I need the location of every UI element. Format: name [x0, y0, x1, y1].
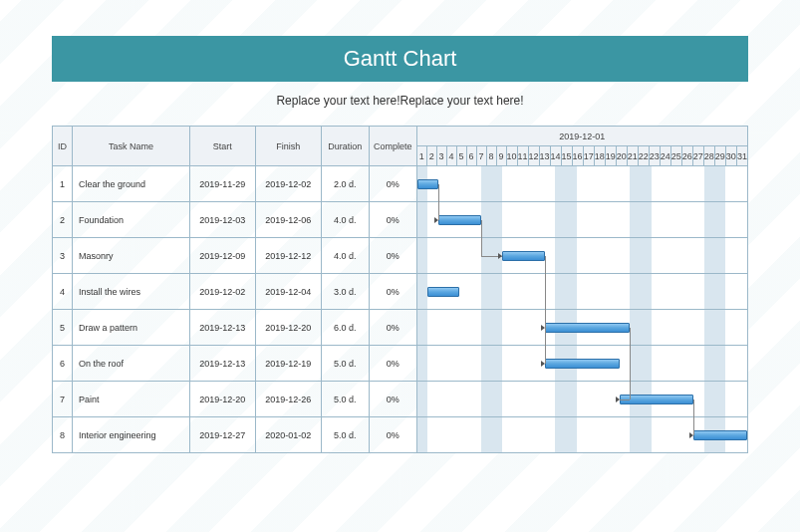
cell-id: 6 — [53, 346, 73, 382]
weekend-shade — [417, 382, 428, 416]
cell-task-name: On the roof — [72, 346, 189, 382]
cell-id: 7 — [53, 382, 73, 417]
cell-task-name: Paint — [72, 382, 189, 417]
gantt-bar[interactable] — [693, 430, 746, 440]
weekend-shade — [481, 274, 492, 309]
timeline-inner — [417, 274, 747, 309]
day-header: 27 — [692, 146, 703, 166]
table-row: 8Interior engineering2019-12-272020-01-0… — [53, 417, 748, 453]
cell-task-name: Foundation — [72, 202, 189, 238]
table-row: 2Foundation2019-12-032019-12-064.0 d.0% — [53, 202, 748, 238]
day-header: 16 — [572, 146, 583, 166]
timeline-cell — [416, 202, 747, 238]
col-header-complete: Complete — [369, 127, 416, 166]
page-subtitle: Replace your text here!Replace your text… — [52, 94, 748, 108]
timeline-inner — [417, 417, 747, 452]
gantt-bar[interactable] — [417, 179, 438, 189]
timeline-cell — [416, 310, 747, 346]
table-row: 1Clear the ground2019-11-292019-12-022.0… — [53, 166, 748, 202]
table-row: 4Install the wires2019-12-022019-12-043.… — [53, 274, 748, 310]
weekend-shade — [715, 274, 726, 309]
weekend-shade — [630, 274, 641, 309]
weekend-shade — [566, 382, 577, 416]
weekend-shade — [566, 417, 577, 452]
weekend-shade — [481, 202, 492, 237]
timeline-cell — [416, 382, 747, 417]
col-header-start: Start — [189, 127, 255, 166]
dependency-arrow-icon — [434, 217, 438, 223]
day-header: 28 — [703, 146, 714, 166]
weekend-shade — [704, 310, 715, 345]
day-header: 5 — [456, 146, 466, 166]
weekend-shade — [566, 238, 577, 273]
weekend-shade — [481, 382, 492, 416]
day-header: 11 — [517, 146, 528, 166]
cell-task-name: Masonry — [72, 238, 189, 274]
weekend-shade — [555, 166, 566, 201]
weekend-shade — [566, 166, 577, 201]
day-header: 18 — [594, 146, 605, 166]
dependency-line — [693, 399, 694, 435]
weekend-shade — [481, 346, 492, 381]
cell-finish: 2019-12-04 — [255, 274, 321, 310]
cell-task-name: Clear the ground — [72, 166, 189, 202]
weekend-shade — [555, 238, 566, 273]
weekend-shade — [555, 202, 566, 237]
col-header-id: ID — [53, 127, 73, 166]
weekend-shade — [641, 274, 652, 309]
cell-task-name: Draw a pattern — [72, 310, 189, 346]
gantt-bar[interactable] — [502, 251, 545, 261]
cell-duration: 6.0 d. — [321, 310, 369, 346]
timeline-inner — [417, 238, 747, 273]
table-row: 6On the roof2019-12-132019-12-195.0 d.0% — [53, 346, 748, 382]
day-header: 14 — [550, 146, 561, 166]
weekend-shade — [630, 238, 641, 273]
table-row: 5Draw a pattern2019-12-132019-12-206.0 d… — [53, 310, 748, 346]
cell-complete: 0% — [369, 417, 416, 453]
day-header: 4 — [446, 146, 456, 166]
weekend-shade — [704, 238, 715, 273]
timeline-inner — [417, 382, 747, 416]
cell-id: 2 — [53, 202, 73, 238]
cell-complete: 0% — [369, 310, 416, 346]
weekend-shade — [417, 310, 428, 345]
gantt-bar[interactable] — [545, 359, 620, 369]
gantt-bar[interactable] — [438, 215, 481, 225]
cell-complete: 0% — [369, 166, 416, 202]
weekend-shade — [417, 274, 428, 309]
weekend-shade — [417, 346, 428, 381]
weekend-shade — [641, 310, 652, 345]
cell-duration: 5.0 d. — [321, 346, 369, 382]
dependency-arrow-icon — [541, 361, 545, 367]
weekend-shade — [555, 417, 566, 452]
gantt-bar[interactable] — [545, 323, 630, 333]
day-header: 1 — [416, 146, 426, 166]
cell-id: 8 — [53, 417, 73, 453]
timeline-cell — [416, 274, 747, 310]
weekend-shade — [491, 310, 502, 345]
weekend-shade — [566, 274, 577, 309]
cell-start: 2019-12-20 — [189, 382, 255, 417]
cell-id: 4 — [53, 274, 73, 310]
weekend-shade — [641, 238, 652, 273]
timeline-cell — [416, 346, 747, 382]
cell-finish: 2019-12-06 — [255, 202, 321, 238]
weekend-shade — [491, 274, 502, 309]
cell-complete: 0% — [369, 346, 416, 382]
cell-start: 2019-12-02 — [189, 274, 255, 310]
day-header: 21 — [627, 146, 638, 166]
cell-start: 2019-11-29 — [189, 166, 255, 202]
weekend-shade — [555, 274, 566, 309]
day-header: 24 — [660, 146, 670, 166]
weekend-shade — [715, 202, 726, 237]
weekend-shade — [481, 310, 492, 345]
gantt-bar[interactable] — [427, 287, 459, 297]
weekend-shade — [491, 417, 502, 452]
weekend-shade — [715, 166, 726, 201]
weekend-shade — [704, 382, 715, 416]
weekend-shade — [704, 202, 715, 237]
day-header: 29 — [714, 146, 725, 166]
cell-start: 2019-12-27 — [189, 417, 255, 453]
day-header: 23 — [649, 146, 660, 166]
day-header: 12 — [528, 146, 539, 166]
